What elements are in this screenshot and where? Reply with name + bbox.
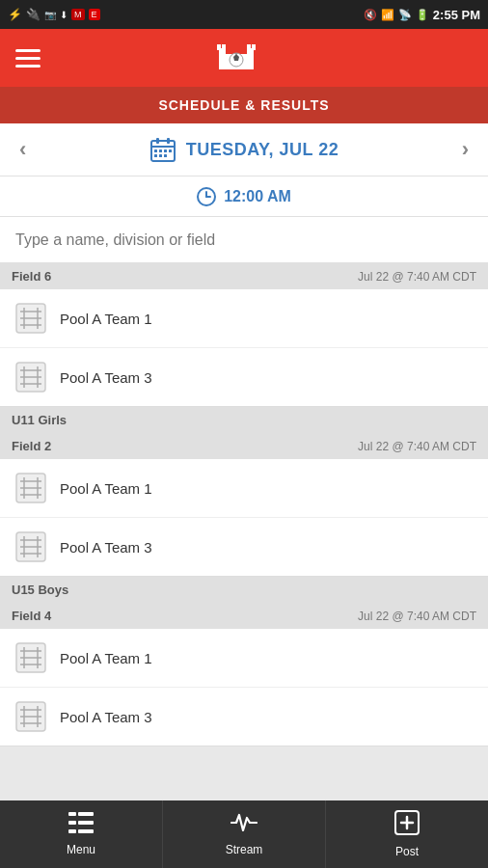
svg-rect-0 — [219, 48, 226, 69]
search-input[interactable] — [15, 231, 473, 249]
field-header-1: Field 6 Jul 22 @ 7:40 AM CDT — [0, 263, 488, 289]
prev-date-button[interactable]: ‹ — [12, 137, 34, 162]
download-icon: ⬇ — [60, 10, 68, 20]
clock-icon — [197, 187, 216, 206]
svg-rect-65 — [78, 829, 94, 833]
table-row: Pool A Team 1 — [0, 629, 488, 688]
svg-rect-2 — [222, 44, 226, 50]
schedule-results-banner: SCHEDULE & RESULTS — [0, 87, 488, 123]
search-bar[interactable] — [0, 217, 488, 263]
status-left-icons: ⚡ 🔌 📷 ⬇ M E — [8, 8, 100, 21]
team-icon-3 — [14, 471, 48, 505]
banner-text: SCHEDULE & RESULTS — [158, 97, 329, 113]
team-icon-4 — [14, 529, 48, 564]
field-name-2: Field 2 — [12, 439, 51, 453]
nav-label-menu: Menu — [67, 843, 95, 856]
svg-rect-1 — [217, 44, 221, 50]
nav-item-post[interactable]: Post — [326, 800, 488, 868]
nav-label-post: Post — [395, 845, 419, 858]
date-display: TUESDAY, JUL 22 — [149, 136, 339, 163]
match-card-3: Pool A Team 1 Pool A Team 3 — [0, 629, 488, 746]
team-name-3b: Pool A Team 3 — [60, 709, 152, 725]
match-card-1: Pool A Team 1 Pool A Team 3 — [0, 289, 488, 407]
letter-m-icon: M — [71, 9, 85, 20]
next-date-button[interactable]: › — [454, 137, 476, 162]
table-row: Pool A Team 3 — [0, 518, 488, 576]
team-icon-5 — [14, 640, 48, 675]
usb-icon: ⚡ — [8, 8, 22, 21]
wifi-icon: 📶 — [381, 9, 394, 21]
field-header-2: Field 2 Jul 22 @ 7:40 AM CDT — [0, 433, 488, 459]
team-name-3a: Pool A Team 1 — [60, 650, 152, 666]
game-group-2: Field 2 Jul 22 @ 7:40 AM CDT Pool A Team… — [0, 433, 488, 603]
calendar-icon — [149, 136, 176, 163]
svg-rect-62 — [68, 821, 76, 825]
svg-rect-15 — [159, 149, 162, 152]
svg-rect-3 — [247, 48, 254, 69]
field-name-1: Field 6 — [12, 269, 51, 284]
svg-rect-63 — [78, 821, 94, 825]
field-header-3: Field 4 Jul 22 @ 7:40 AM CDT — [0, 603, 488, 629]
team-name-1b: Pool A Team 3 — [60, 369, 152, 386]
team-name-1a: Pool A Team 1 — [60, 311, 152, 327]
svg-rect-4 — [247, 44, 251, 50]
app-bar — [0, 29, 488, 87]
svg-rect-19 — [159, 154, 162, 157]
svg-rect-64 — [68, 829, 76, 833]
status-time: 2:55 PM — [433, 8, 480, 22]
signal-icon: 📡 — [398, 9, 412, 21]
usb2-icon: 🔌 — [26, 8, 41, 21]
game-group-1: Field 6 Jul 22 @ 7:40 AM CDT Pool A Team… — [0, 263, 488, 433]
table-row: Pool A Team 1 — [0, 459, 488, 518]
svg-rect-20 — [164, 154, 167, 157]
battery-icon: 🔋 — [416, 9, 429, 21]
svg-rect-18 — [154, 154, 157, 157]
date-text: TUESDAY, JUL 22 — [186, 140, 339, 160]
letter-e-icon: E — [89, 9, 100, 20]
svg-rect-17 — [169, 149, 172, 152]
bottom-navigation: Menu Stream Post — [0, 800, 488, 868]
time-row: 12:00 AM — [0, 176, 488, 217]
svg-rect-14 — [154, 149, 157, 152]
nav-item-stream[interactable]: Stream — [163, 800, 326, 868]
menu-nav-icon — [68, 812, 94, 839]
mute-icon: 🔇 — [364, 9, 377, 21]
post-nav-icon — [394, 810, 420, 841]
field-time-2: Jul 22 @ 7:40 AM CDT — [358, 440, 476, 453]
division-label-1: U11 Girls — [0, 407, 488, 433]
table-row: Pool A Team 3 — [0, 348, 488, 406]
nav-item-menu[interactable]: Menu — [0, 800, 163, 868]
svg-rect-16 — [164, 149, 167, 152]
team-name-2a: Pool A Team 1 — [60, 480, 152, 497]
table-row: Pool A Team 1 — [0, 289, 488, 348]
team-name-2b: Pool A Team 3 — [60, 539, 152, 556]
table-row: Pool A Team 3 — [0, 688, 488, 746]
menu-button[interactable] — [15, 49, 41, 68]
field-name-3: Field 4 — [12, 609, 51, 623]
games-list: Field 6 Jul 22 @ 7:40 AM CDT Pool A Team… — [0, 263, 488, 800]
app-logo — [213, 35, 259, 81]
photo-icon: 📷 — [44, 10, 56, 20]
stream-nav-icon — [230, 812, 258, 839]
team-icon-1 — [14, 301, 48, 336]
status-bar: ⚡ 🔌 📷 ⬇ M E 🔇 📶 📡 🔋 2:55 PM — [0, 0, 488, 29]
date-navigation: ‹ TUESDAY, JUL 22 › — [0, 123, 488, 176]
team-icon-2 — [14, 360, 48, 394]
svg-rect-60 — [68, 812, 76, 816]
team-icon-6 — [14, 699, 48, 734]
game-group-3: Field 4 Jul 22 @ 7:40 AM CDT Pool A Team… — [0, 603, 488, 746]
division-label-2: U15 Boys — [0, 577, 488, 603]
svg-rect-5 — [252, 44, 256, 50]
time-text: 12:00 AM — [224, 188, 291, 205]
field-time-1: Jul 22 @ 7:40 AM CDT — [358, 270, 476, 284]
svg-rect-61 — [78, 812, 94, 816]
field-time-3: Jul 22 @ 7:40 AM CDT — [358, 610, 476, 623]
match-card-2: Pool A Team 1 Pool A Team 3 — [0, 459, 488, 577]
svg-rect-12 — [156, 138, 159, 144]
svg-rect-13 — [167, 138, 170, 144]
status-right-icons: 🔇 📶 📡 🔋 2:55 PM — [364, 8, 480, 22]
nav-label-stream: Stream — [226, 843, 263, 856]
